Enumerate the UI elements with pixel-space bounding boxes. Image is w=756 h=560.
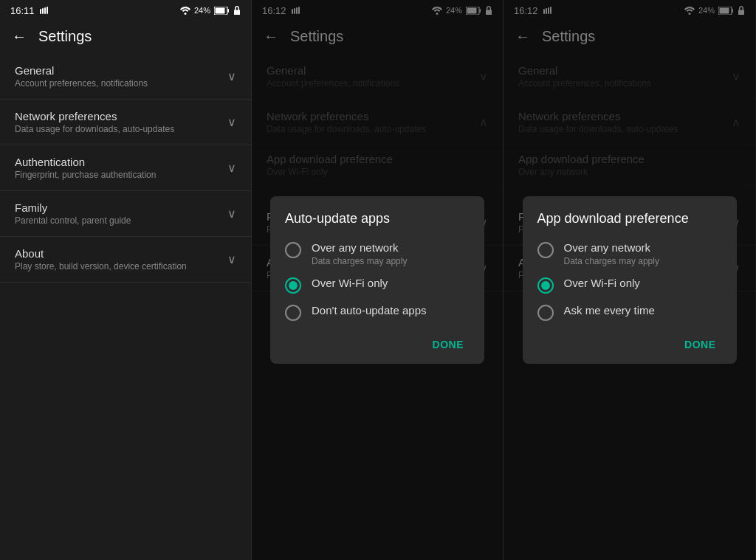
radio-circle — [285, 305, 301, 321]
done-button[interactable]: DONE — [678, 331, 721, 358]
radio-label: Over any networkData charges may apply — [564, 241, 659, 266]
svg-rect-6 — [228, 9, 230, 13]
radio-option-0[interactable]: Over any networkData charges may apply — [285, 241, 470, 266]
battery-text: 24% — [194, 6, 210, 15]
radio-option-2[interactable]: Ask me every time — [537, 304, 722, 321]
svg-rect-1 — [42, 8, 44, 14]
item-sub: Account preferences, notifications — [15, 78, 148, 89]
radio-label: Don't auto-update apps — [312, 304, 426, 317]
item-title: General — [15, 64, 148, 77]
dialog-title: Auto-update apps — [285, 211, 470, 227]
radio-label-sub: Data charges may apply — [564, 256, 659, 266]
radio-label: Ask me every time — [564, 304, 655, 317]
radio-circle — [285, 242, 301, 258]
svg-rect-3 — [47, 7, 48, 14]
radio-label: Over Wi-Fi only — [564, 277, 640, 290]
radio-option-2[interactable]: Don't auto-update apps — [285, 304, 470, 321]
radio-label: Over any networkData charges may apply — [312, 241, 407, 266]
chevron-icon: ∨ — [227, 115, 236, 129]
dialog: Auto-update appsOver any networkData cha… — [270, 196, 484, 364]
item-content: General Account preferences, notificatio… — [15, 64, 148, 89]
radio-circle — [537, 242, 554, 258]
item-title: About — [15, 247, 187, 260]
chevron-icon: ∨ — [227, 207, 236, 221]
panel-1: 16:11 24% ← S — [0, 0, 252, 560]
svg-rect-0 — [40, 9, 41, 14]
panel-3: 16:12 24% ← S — [504, 0, 755, 560]
status-icons: 24% — [179, 6, 241, 15]
svg-rect-7 — [216, 7, 225, 13]
status-time: 16:11 — [10, 5, 50, 16]
item-sub: Data usage for downloads, auto-updates — [15, 124, 174, 134]
radio-label-main: Don't auto-update apps — [312, 304, 426, 317]
item-title: Family — [15, 201, 131, 214]
dialog: App download preferenceOver any networkD… — [523, 196, 737, 364]
dialog-title: App download preference — [537, 211, 722, 227]
svg-point-4 — [184, 13, 186, 15]
settings-header: ← Settings — [0, 21, 251, 54]
item-sub: Parental control, parent guide — [15, 215, 131, 226]
radio-label-main: Over any network — [312, 241, 407, 255]
radio-circle — [537, 277, 554, 294]
item-sub: Play store, build version, device certif… — [15, 261, 187, 272]
item-content: Authentication Fingerprint, purchase aut… — [15, 156, 156, 180]
chevron-icon: ∨ — [227, 161, 236, 175]
radio-label-sub: Data charges may apply — [312, 256, 407, 266]
page-title: Settings — [38, 28, 92, 45]
radio-circle — [285, 277, 301, 294]
panel-2: 16:12 24% ← S — [252, 0, 504, 560]
radio-label-main: Over Wi-Fi only — [564, 277, 640, 290]
item-title: Authentication — [15, 156, 156, 168]
settings-list: General Account preferences, notificatio… — [0, 54, 251, 560]
svg-rect-2 — [44, 7, 46, 14]
back-button[interactable]: ← — [12, 28, 27, 45]
settings-item-1[interactable]: Network preferences Data usage for downl… — [0, 100, 251, 145]
done-button[interactable]: DONE — [427, 331, 470, 358]
settings-item-2[interactable]: Authentication Fingerprint, purchase aut… — [0, 145, 251, 191]
dialog-actions: DONE — [537, 331, 722, 358]
settings-item-0[interactable]: General Account preferences, notificatio… — [0, 54, 251, 100]
radio-option-0[interactable]: Over any networkData charges may apply — [537, 241, 722, 266]
radio-label-main: Over Wi-Fi only — [312, 277, 388, 290]
item-title: Network preferences — [15, 110, 174, 122]
dialog-overlay: Auto-update appsOver any networkData cha… — [252, 0, 503, 560]
radio-option-1[interactable]: Over Wi-Fi only — [537, 277, 722, 294]
chevron-icon: ∨ — [227, 252, 236, 266]
item-content: About Play store, build version, device … — [15, 247, 187, 272]
radio-label-main: Ask me every time — [564, 304, 655, 317]
radio-label-main: Over any network — [564, 241, 659, 255]
item-sub: Fingerprint, purchase authentication — [15, 170, 156, 180]
radio-option-1[interactable]: Over Wi-Fi only — [285, 277, 470, 294]
radio-circle — [537, 305, 554, 321]
item-content: Network preferences Data usage for downl… — [15, 110, 174, 134]
settings-item-3[interactable]: Family Parental control, parent guide ∨ — [0, 191, 251, 237]
dialog-actions: DONE — [285, 331, 470, 358]
chevron-icon: ∨ — [227, 69, 236, 83]
status-bar: 16:11 24% — [0, 0, 251, 21]
item-content: Family Parental control, parent guide — [15, 201, 131, 226]
dialog-overlay: App download preferenceOver any networkD… — [504, 0, 755, 560]
radio-label: Over Wi-Fi only — [312, 277, 388, 290]
settings-item-4[interactable]: About Play store, build version, device … — [0, 237, 251, 283]
